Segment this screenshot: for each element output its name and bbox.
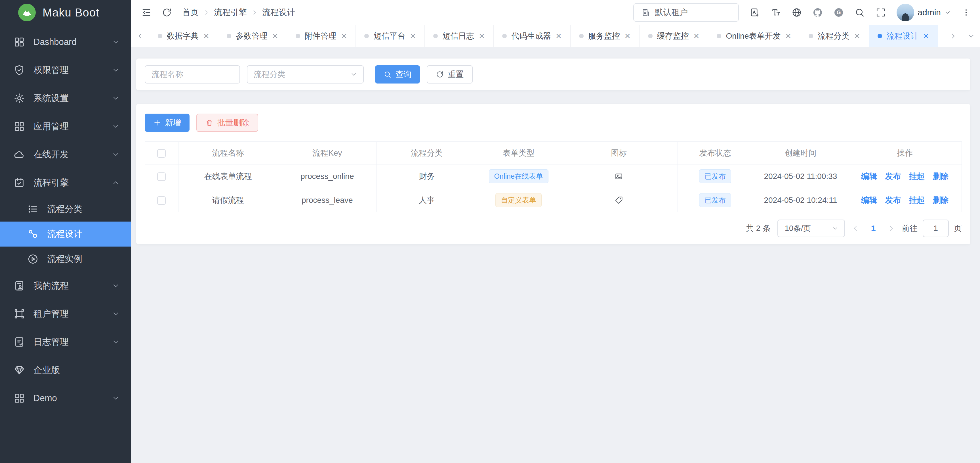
tabs-scroll-left[interactable] bbox=[131, 25, 149, 47]
sidebar-item-label: 权限管理 bbox=[33, 64, 68, 76]
tab-Online表单开发[interactable]: Online表单开发✕ bbox=[708, 25, 800, 47]
search-icon[interactable] bbox=[854, 7, 865, 18]
tab-数据字典[interactable]: 数据字典✕ bbox=[149, 25, 218, 47]
tab-close-icon[interactable]: ✕ bbox=[854, 32, 860, 40]
tab-close-icon[interactable]: ✕ bbox=[341, 32, 347, 40]
tab-label: 短信日志 bbox=[442, 31, 474, 42]
tab-dot bbox=[878, 34, 882, 38]
globe-icon[interactable] bbox=[792, 7, 802, 18]
action-link-删除[interactable]: 删除 bbox=[933, 172, 949, 180]
tab-参数管理[interactable]: 参数管理✕ bbox=[218, 25, 287, 47]
next-page-button[interactable] bbox=[888, 225, 895, 232]
sidebar-item-流程分类[interactable]: 流程分类 bbox=[0, 196, 131, 222]
form-type-cell: 自定义表单 bbox=[477, 188, 560, 212]
filter-card: 流程分类 查询 重置 bbox=[136, 59, 970, 90]
search-button[interactable]: 查询 bbox=[375, 65, 420, 83]
tab-close-icon[interactable]: ✕ bbox=[694, 32, 700, 40]
tab-流程设计[interactable]: 流程设计✕ bbox=[869, 25, 938, 47]
sidebar-item-日志管理[interactable]: 日志管理 bbox=[0, 328, 131, 356]
tab-缓存监控[interactable]: 缓存监控✕ bbox=[640, 25, 708, 47]
building-icon bbox=[641, 8, 650, 17]
tab-close-icon[interactable]: ✕ bbox=[203, 32, 209, 40]
tab-close-icon[interactable]: ✕ bbox=[785, 32, 791, 40]
tab-附件管理[interactable]: 附件管理✕ bbox=[287, 25, 356, 47]
sidebar-item-我的流程[interactable]: 我的流程 bbox=[0, 271, 131, 300]
process-name-cell: 请假流程 bbox=[178, 188, 278, 212]
process-category-select[interactable]: 流程分类 bbox=[247, 65, 364, 83]
user-menu[interactable]: admin bbox=[897, 4, 951, 21]
fontsize-icon[interactable] bbox=[771, 7, 781, 18]
tab-短信平台[interactable]: 短信平台✕ bbox=[356, 25, 425, 47]
action-link-删除[interactable]: 删除 bbox=[933, 196, 949, 204]
breadcrumb-item[interactable]: 首页 bbox=[182, 7, 199, 18]
goto-page-input[interactable] bbox=[923, 220, 949, 237]
action-link-编辑[interactable]: 编辑 bbox=[861, 196, 877, 204]
action-link-挂起[interactable]: 挂起 bbox=[909, 172, 925, 180]
sidebar-item-label: 流程实例 bbox=[47, 253, 82, 265]
sidebar-item-流程设计[interactable]: 流程设计 bbox=[0, 222, 131, 247]
gitee-icon[interactable]: G bbox=[834, 7, 844, 18]
sidebar-item-流程实例[interactable]: 流程实例 bbox=[0, 247, 131, 271]
breadcrumb-item: 流程设计 bbox=[262, 7, 295, 18]
add-button[interactable]: 新增 bbox=[145, 113, 189, 132]
sidebar-item-租户管理[interactable]: 租户管理 bbox=[0, 300, 131, 328]
chevron-down-icon bbox=[112, 66, 120, 74]
sidebar-item-系统设置[interactable]: 系统设置 bbox=[0, 84, 131, 112]
tab-服务监控[interactable]: 服务监控✕ bbox=[571, 25, 640, 47]
app-logo[interactable]: Maku Boot bbox=[0, 0, 131, 25]
gem-icon bbox=[14, 364, 25, 376]
tab-close-icon[interactable]: ✕ bbox=[625, 32, 631, 40]
tab-close-icon[interactable]: ✕ bbox=[555, 32, 562, 40]
tabs-dropdown[interactable] bbox=[962, 25, 980, 47]
github-icon[interactable] bbox=[813, 7, 823, 18]
reset-button[interactable]: 重置 bbox=[427, 65, 473, 83]
trash-icon bbox=[205, 119, 213, 127]
tabs-scroll-right[interactable] bbox=[944, 25, 962, 47]
tabs: 数据字典✕参数管理✕附件管理✕短信平台✕短信日志✕代码生成器✕服务监控✕缓存监控… bbox=[149, 25, 938, 47]
playcircle-icon bbox=[27, 253, 38, 265]
sidebar-item-在线开发[interactable]: 在线开发 bbox=[0, 140, 131, 168]
prev-page-button[interactable] bbox=[852, 225, 859, 232]
tab-close-icon[interactable]: ✕ bbox=[923, 32, 929, 40]
sidebar-item-应用管理[interactable]: 应用管理 bbox=[0, 112, 131, 140]
tab-流程分类[interactable]: 流程分类✕ bbox=[800, 25, 869, 47]
tenant-select[interactable]: 默认租户 bbox=[633, 3, 739, 22]
tab-label: Online表单开发 bbox=[726, 31, 781, 42]
select-all-checkbox[interactable] bbox=[157, 149, 166, 158]
tab-代码生成器[interactable]: 代码生成器✕ bbox=[494, 25, 571, 47]
page-size-select[interactable]: 10条/页 bbox=[777, 220, 845, 237]
table-header-row: 流程名称流程Key流程分类表单类型图标发布状态创建时间操作 bbox=[145, 142, 962, 164]
tab-label: 代码生成器 bbox=[511, 31, 551, 42]
tab-close-icon[interactable]: ✕ bbox=[410, 32, 416, 40]
breadcrumb-separator-icon bbox=[251, 10, 258, 16]
process-name-input[interactable] bbox=[145, 65, 240, 83]
batch-delete-button[interactable]: 批量删除 bbox=[196, 113, 258, 132]
row-checkbox[interactable] bbox=[157, 196, 166, 205]
tab-短信日志[interactable]: 短信日志✕ bbox=[425, 25, 494, 47]
sidebar-item-label: 在线开发 bbox=[33, 148, 68, 160]
action-link-发布[interactable]: 发布 bbox=[885, 172, 901, 180]
fullscreen-icon[interactable] bbox=[876, 7, 886, 18]
breadcrumb-item[interactable]: 流程引擎 bbox=[214, 7, 247, 18]
tab-close-icon[interactable]: ✕ bbox=[272, 32, 278, 40]
avatar[interactable] bbox=[897, 4, 914, 21]
sidebar-item-流程引擎[interactable]: 流程引擎 bbox=[0, 168, 131, 196]
current-page[interactable]: 1 bbox=[866, 224, 881, 233]
more-options-icon[interactable] bbox=[962, 8, 970, 18]
action-link-发布[interactable]: 发布 bbox=[885, 196, 901, 204]
column-header: 流程名称 bbox=[178, 142, 278, 164]
search-button-label: 查询 bbox=[396, 69, 411, 80]
sidebar-item-demo[interactable]: Demo bbox=[0, 384, 131, 412]
refresh-icon[interactable] bbox=[162, 7, 172, 18]
action-link-编辑[interactable]: 编辑 bbox=[861, 172, 877, 180]
translate-icon[interactable] bbox=[749, 7, 760, 18]
collapse-sidebar-icon[interactable] bbox=[141, 7, 151, 18]
sidebar-item-企业版[interactable]: 企业版 bbox=[0, 356, 131, 384]
tab-close-icon[interactable]: ✕ bbox=[479, 32, 485, 40]
sidebar-item-dashboard[interactable]: Dashboard bbox=[0, 28, 131, 56]
process-table: 流程名称流程Key流程分类表单类型图标发布状态创建时间操作 在线表单流程proc… bbox=[145, 142, 962, 212]
action-link-挂起[interactable]: 挂起 bbox=[909, 196, 925, 204]
form-type-cell: Online在线表单 bbox=[477, 164, 560, 188]
row-checkbox[interactable] bbox=[157, 172, 166, 181]
sidebar-item-权限管理[interactable]: 权限管理 bbox=[0, 56, 131, 84]
